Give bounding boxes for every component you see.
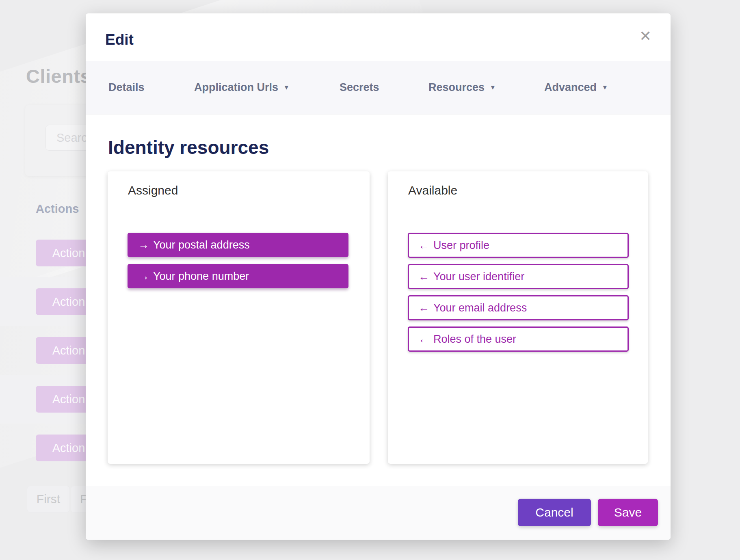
available-resource-button[interactable]: ←Your user identifier	[408, 264, 629, 289]
tab-secrets[interactable]: Secrets	[340, 81, 379, 94]
tab-label: Resources	[428, 81, 485, 93]
screen: Clients ⌂ Identity Server Clients Action…	[0, 0, 740, 560]
available-resource-button[interactable]: ←Roles of the user	[408, 326, 629, 352]
tab-resources[interactable]: Resources ▾	[428, 81, 495, 94]
save-button[interactable]: Save	[598, 499, 658, 526]
tab-label: Details	[108, 81, 145, 93]
arrow-right-icon: →	[138, 239, 149, 251]
tab-label: Application Urls	[194, 81, 278, 93]
assigned-list: →Your postal address →Your phone number	[128, 233, 348, 295]
actions-column-header: Actions	[36, 202, 79, 216]
assigned-panel-title: Assigned	[128, 184, 178, 197]
pagination-first-button[interactable]: First	[27, 486, 70, 512]
chevron-down-icon: ▾	[491, 82, 495, 92]
arrow-left-icon: ←	[418, 270, 429, 283]
page-title: Clients	[26, 65, 91, 87]
arrow-left-icon: ←	[418, 239, 429, 251]
resource-label: Your email address	[433, 302, 527, 314]
chevron-down-icon: ▾	[285, 82, 289, 92]
edit-dialog: Edit ✕ Details Application Urls ▾ Secret…	[86, 13, 671, 540]
resource-label: Your postal address	[153, 239, 250, 251]
available-panel: Available ←User profile ←Your user ident…	[388, 171, 648, 464]
resource-label: User profile	[433, 239, 489, 251]
tab-advanced[interactable]: Advanced ▾	[544, 81, 607, 94]
resource-label: Your phone number	[153, 270, 249, 282]
available-panel-title: Available	[408, 184, 457, 197]
assigned-resource-button[interactable]: →Your phone number	[128, 264, 348, 288]
available-resource-button[interactable]: ←User profile	[408, 233, 629, 258]
tab-label: Secrets	[340, 81, 379, 93]
arrow-left-icon: ←	[418, 302, 429, 314]
arrow-right-icon: →	[138, 270, 149, 282]
assigned-panel: Assigned →Your postal address →Your phon…	[108, 171, 370, 464]
resource-label: Roles of the user	[433, 333, 516, 345]
section-title: Identity resources	[108, 136, 269, 158]
dialog-tab-bar: Details Application Urls ▾ Secrets Resou…	[86, 61, 671, 115]
available-list: ←User profile ←Your user identifier ←You…	[408, 233, 629, 358]
dialog-title: Edit	[105, 31, 134, 48]
tab-label: Advanced	[544, 81, 597, 93]
tab-details[interactable]: Details	[108, 81, 145, 94]
cancel-button[interactable]: Cancel	[518, 499, 591, 526]
assigned-resource-button[interactable]: →Your postal address	[128, 233, 348, 257]
tab-application-urls[interactable]: Application Urls ▾	[194, 81, 288, 94]
close-icon[interactable]: ✕	[635, 26, 656, 47]
resource-label: Your user identifier	[433, 270, 524, 283]
arrow-left-icon: ←	[418, 333, 429, 345]
chevron-down-icon: ▾	[603, 82, 607, 92]
available-resource-button[interactable]: ←Your email address	[408, 295, 629, 320]
dialog-footer: Cancel Save	[86, 486, 671, 540]
